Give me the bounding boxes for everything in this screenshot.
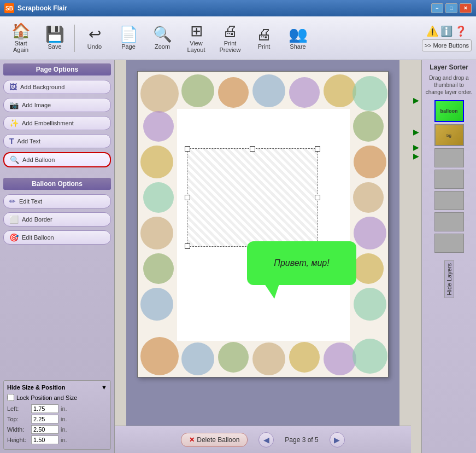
layer-sorter-title: Layer Sorter — [430, 63, 468, 71]
handle-middle-right[interactable] — [315, 195, 320, 200]
svg-point-22 — [353, 182, 384, 213]
handle-top-right[interactable] — [315, 146, 320, 152]
layer-thumb-5[interactable] — [434, 191, 464, 210]
height-input[interactable] — [31, 435, 58, 444]
position-title[interactable]: Hide Size & Position ▼ — [7, 384, 107, 391]
svg-point-8 — [181, 342, 214, 375]
print-preview-label: Print Preview — [216, 40, 244, 53]
print-button[interactable]: 🖨 Print — [248, 19, 280, 57]
save-label: Save — [48, 43, 61, 50]
top-unit: in. — [61, 416, 67, 422]
view-layout-label: View Layout — [183, 40, 210, 53]
edit-balloon-label: Edit Balloon — [22, 234, 54, 241]
svg-point-20 — [353, 111, 384, 142]
arrow-1[interactable]: ▶ — [413, 96, 419, 104]
width-field-row: Width: in. — [7, 425, 107, 434]
left-input[interactable] — [31, 404, 58, 413]
canvas-container: Привет, мир! ✕ Delete Balloon ◀ Page 3 o… — [115, 60, 411, 453]
position-arrow-icon: ▼ — [101, 384, 107, 391]
view-layout-button[interactable]: ⊞ View Layout — [180, 19, 213, 57]
layer-1-label: balloon — [440, 108, 458, 114]
edit-balloon-button[interactable]: 🎯 Edit Balloon — [3, 230, 111, 245]
info-icon[interactable]: ℹ️ — [440, 25, 453, 37]
handle-top-left[interactable] — [185, 146, 190, 152]
left-field-row: Left: in. — [7, 404, 107, 413]
layer-thumb-7[interactable] — [434, 234, 464, 253]
print-preview-button[interactable]: 🖨 Print Preview — [214, 19, 246, 57]
layer-2-label: bg — [446, 133, 451, 138]
add-text-icon: T — [9, 137, 14, 146]
more-buttons[interactable]: >> More Buttons — [422, 39, 472, 51]
svg-point-25 — [354, 288, 386, 321]
minimize-button[interactable]: − — [431, 3, 443, 13]
add-image-button[interactable]: 📷 Add Image — [3, 98, 111, 112]
share-button[interactable]: 👥 Share — [281, 19, 314, 57]
left-unit: in. — [61, 405, 67, 412]
svg-point-0 — [140, 74, 179, 113]
add-text-button[interactable]: T Add Text — [3, 134, 111, 148]
next-page-button[interactable]: ▶ — [330, 432, 345, 448]
lock-row: Lock Position and Size — [7, 394, 107, 401]
next-icon: ▶ — [334, 435, 340, 444]
layer-thumb-6[interactable] — [434, 212, 464, 231]
edit-text-button[interactable]: ✏ Edit Text — [3, 194, 111, 208]
handle-top-center[interactable] — [250, 146, 255, 152]
layer-sorter-description: Drag and drop a thumbnail to change laye… — [425, 74, 473, 96]
handle-middle-left[interactable] — [185, 195, 190, 200]
top-field-row: Top: in. — [7, 415, 107, 423]
top-label: Top: — [7, 416, 29, 422]
page-canvas[interactable]: Привет, мир! — [137, 71, 389, 378]
view-layout-icon: ⊞ — [190, 24, 203, 39]
arrow-3[interactable]: ▶ — [413, 143, 419, 151]
save-button[interactable]: 💾 Save — [38, 19, 71, 57]
layer-thumb-3[interactable] — [434, 148, 464, 167]
prev-page-button[interactable]: ◀ — [258, 432, 274, 448]
add-background-button[interactable]: 🖼 Add Background — [3, 80, 111, 94]
close-button[interactable]: ✕ — [460, 3, 472, 13]
svg-point-5 — [324, 74, 356, 107]
zoom-icon: 🔍 — [153, 27, 172, 42]
svg-point-14 — [143, 111, 174, 142]
lock-checkbox[interactable] — [7, 394, 14, 401]
handle-bottom-left[interactable] — [185, 243, 190, 249]
layer-thumb-4[interactable] — [434, 170, 464, 189]
start-again-icon: 🏠 — [11, 24, 31, 39]
top-input[interactable] — [31, 415, 58, 423]
help-icon[interactable]: ❓ — [455, 25, 467, 37]
delete-icon: ✕ — [189, 436, 195, 444]
undo-button[interactable]: ↩ Undo — [78, 19, 111, 57]
selection-box — [187, 148, 318, 247]
print-icon: 🖨 — [256, 27, 272, 42]
layer-thumb-1[interactable]: balloon — [434, 100, 464, 122]
height-field-row: Height: in. — [7, 435, 107, 444]
warning-icon: ⚠️ — [426, 25, 438, 37]
maximize-button[interactable]: □ — [445, 3, 457, 13]
add-border-label: Add Border — [22, 216, 52, 223]
add-border-button[interactable]: ⬜ Add Border — [3, 212, 111, 226]
zoom-button[interactable]: 🔍 Zoom — [146, 19, 179, 57]
add-balloon-label: Add Balloon — [22, 156, 55, 163]
arrow-2[interactable]: ▶ — [413, 128, 419, 136]
add-border-icon: ⬜ — [9, 215, 19, 224]
bottom-toolbar: ✕ Delete Balloon ◀ Page 3 of 5 ▶ — [115, 426, 411, 453]
svg-point-7 — [140, 337, 179, 375]
balloon-text: Привет, мир! — [274, 258, 329, 268]
add-image-label: Add Image — [22, 102, 51, 108]
arrow-4[interactable]: ▶ — [413, 152, 419, 160]
add-embellishment-label: Add Embellishment — [22, 120, 74, 126]
delete-balloon-button[interactable]: ✕ Delete Balloon — [181, 433, 248, 447]
add-background-icon: 🖼 — [9, 83, 17, 91]
width-input[interactable] — [31, 425, 58, 434]
svg-point-23 — [354, 217, 386, 249]
undo-icon: ↩ — [89, 27, 101, 42]
svg-point-19 — [140, 288, 173, 321]
start-again-button[interactable]: 🏠 Start Again — [4, 19, 37, 57]
add-embellishment-button[interactable]: ✨ Add Embellishment — [3, 116, 111, 130]
svg-point-6 — [352, 76, 387, 111]
svg-point-16 — [143, 182, 174, 213]
layer-thumb-2[interactable]: bg — [434, 124, 464, 146]
page-button[interactable]: 📄 Page — [112, 19, 145, 57]
speech-balloon[interactable]: Привет, мир! — [247, 241, 356, 285]
hide-layers-button[interactable]: Hide Layers — [444, 260, 454, 298]
add-balloon-button[interactable]: 🔍 Add Balloon — [3, 152, 111, 167]
